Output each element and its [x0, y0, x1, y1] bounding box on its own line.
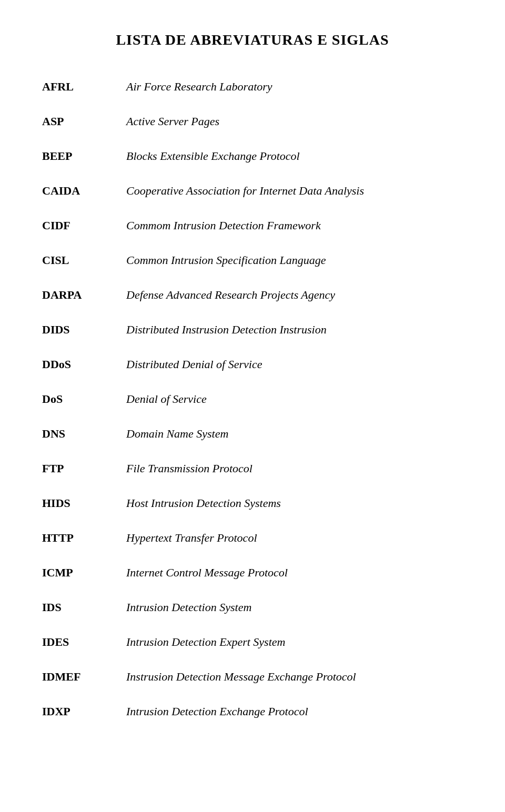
abbreviation-row: DIDSDistributed Instrusion Detection Ins… — [42, 323, 463, 346]
abbreviation-code: DIDS — [42, 323, 126, 337]
abbreviation-definition: Air Force Research Laboratory — [126, 80, 463, 94]
abbreviation-code: DNS — [42, 427, 126, 441]
abbreviation-definition: Blocks Extensible Exchange Protocol — [126, 149, 463, 163]
abbreviation-definition: Common Intrusion Specification Language — [126, 253, 463, 267]
abbreviation-row: DoSDenial of Service — [42, 392, 463, 415]
abbreviation-row: AFRLAir Force Research Laboratory — [42, 80, 463, 103]
page-title: LISTA DE ABREVIATURAS E SIGLAS — [42, 32, 463, 48]
abbreviation-row: DDoSDistributed Denial of Service — [42, 358, 463, 381]
abbreviation-row: CIDFCommom Intrusion Detection Framework — [42, 219, 463, 242]
abbreviation-code: FTP — [42, 462, 126, 475]
abbreviation-row: IDESIntrusion Detection Expert System — [42, 635, 463, 658]
abbreviation-row: IDXPIntrusion Detection Exchange Protoco… — [42, 705, 463, 728]
abbreviation-definition: Hypertext Transfer Protocol — [126, 531, 463, 545]
abbreviation-definition: Active Server Pages — [126, 115, 463, 128]
abbreviation-row: BEEPBlocks Extensible Exchange Protocol — [42, 149, 463, 172]
abbreviation-row: CAIDACooperative Association for Interne… — [42, 184, 463, 207]
abbreviation-row: ASPActive Server Pages — [42, 115, 463, 138]
abbreviation-code: DARPA — [42, 288, 126, 302]
abbreviation-code: HIDS — [42, 496, 126, 510]
abbreviation-code: DoS — [42, 392, 126, 406]
abbreviation-row: FTPFile Transmission Protocol — [42, 462, 463, 485]
abbreviation-definition: Intrusion Detection System — [126, 601, 463, 614]
abbreviation-code: IDS — [42, 601, 126, 614]
abbreviation-definition: Internet Control Message Protocol — [126, 566, 463, 580]
abbreviation-row: DNSDomain Name System — [42, 427, 463, 450]
abbreviation-definition: Distributed Denial of Service — [126, 358, 463, 371]
abbreviation-list: AFRLAir Force Research LaboratoryASPActi… — [42, 80, 463, 728]
abbreviation-code: BEEP — [42, 149, 126, 163]
abbreviation-code: AFRL — [42, 80, 126, 94]
abbreviation-row: ICMPInternet Control Message Protocol — [42, 566, 463, 589]
abbreviation-code: IDXP — [42, 705, 126, 718]
abbreviation-code: ASP — [42, 115, 126, 128]
abbreviation-definition: Domain Name System — [126, 427, 463, 441]
abbreviation-definition: Intrusion Detection Exchange Protocol — [126, 705, 463, 718]
abbreviation-definition: Denial of Service — [126, 392, 463, 406]
abbreviation-code: HTTP — [42, 531, 126, 545]
abbreviation-definition: File Transmission Protocol — [126, 462, 463, 475]
abbreviation-definition: Intrusion Detection Expert System — [126, 635, 463, 649]
abbreviation-row: IDSIntrusion Detection System — [42, 601, 463, 624]
abbreviation-code: CISL — [42, 253, 126, 267]
abbreviation-definition: Distributed Instrusion Detection Instrus… — [126, 323, 463, 337]
abbreviation-code: CAIDA — [42, 184, 126, 198]
abbreviation-code: IDES — [42, 635, 126, 649]
abbreviation-definition: Defense Advanced Research Projects Agenc… — [126, 288, 463, 302]
abbreviation-code: IDMEF — [42, 670, 126, 684]
abbreviation-definition: Host Intrusion Detection Systems — [126, 496, 463, 510]
abbreviation-definition: Cooperative Association for Internet Dat… — [126, 184, 463, 198]
abbreviation-row: HTTPHypertext Transfer Protocol — [42, 531, 463, 554]
abbreviation-code: DDoS — [42, 358, 126, 371]
abbreviation-definition: Instrusion Detection Message Exchange Pr… — [126, 670, 463, 684]
abbreviation-definition: Commom Intrusion Detection Framework — [126, 219, 463, 232]
abbreviation-row: HIDSHost Intrusion Detection Systems — [42, 496, 463, 520]
abbreviation-row: DARPADefense Advanced Research Projects … — [42, 288, 463, 311]
abbreviation-row: IDMEFInstrusion Detection Message Exchan… — [42, 670, 463, 693]
abbreviation-code: ICMP — [42, 566, 126, 580]
abbreviation-code: CIDF — [42, 219, 126, 232]
abbreviation-row: CISLCommon Intrusion Specification Langu… — [42, 253, 463, 277]
